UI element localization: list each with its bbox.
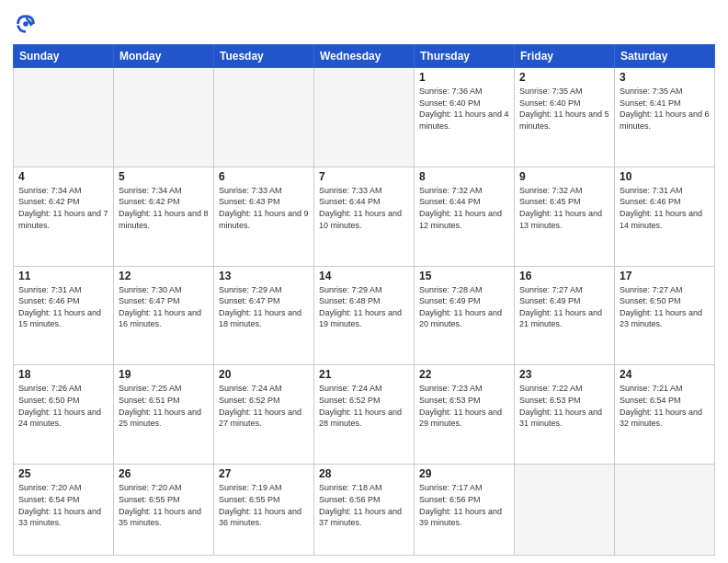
calendar-header-row: SundayMondayTuesdayWednesdayThursdayFrid… — [14, 45, 715, 68]
day-number: 27 — [219, 467, 309, 480]
day-number: 13 — [219, 270, 309, 282]
day-number: 15 — [419, 270, 509, 282]
day-info: Sunrise: 7:31 AM Sunset: 6:46 PM Dayligh… — [620, 185, 710, 231]
calendar-cell — [114, 68, 214, 167]
calendar-cell: 28Sunrise: 7:18 AM Sunset: 6:56 PM Dayli… — [314, 465, 415, 556]
day-info: Sunrise: 7:25 AM Sunset: 6:51 PM Dayligh… — [119, 383, 209, 429]
calendar-cell: 15Sunrise: 7:28 AM Sunset: 6:49 PM Dayli… — [415, 266, 515, 365]
calendar-cell: 17Sunrise: 7:27 AM Sunset: 6:50 PM Dayli… — [615, 266, 715, 365]
calendar-cell: 21Sunrise: 7:24 AM Sunset: 6:52 PM Dayli… — [314, 365, 415, 465]
day-info: Sunrise: 7:24 AM Sunset: 6:52 PM Dayligh… — [319, 383, 409, 429]
day-number: 24 — [620, 368, 710, 381]
day-number: 3 — [620, 71, 710, 84]
day-info: Sunrise: 7:23 AM Sunset: 6:53 PM Dayligh… — [419, 383, 509, 429]
calendar-cell: 2Sunrise: 7:35 AM Sunset: 6:40 PM Daylig… — [515, 68, 615, 167]
calendar-cell: 13Sunrise: 7:29 AM Sunset: 6:47 PM Dayli… — [214, 266, 314, 365]
day-info: Sunrise: 7:17 AM Sunset: 6:56 PM Dayligh… — [419, 482, 509, 528]
calendar-cell: 6Sunrise: 7:33 AM Sunset: 6:43 PM Daylig… — [214, 167, 314, 266]
day-info: Sunrise: 7:20 AM Sunset: 6:54 PM Dayligh… — [18, 482, 108, 528]
calendar-week-4: 18Sunrise: 7:26 AM Sunset: 6:50 PM Dayli… — [14, 365, 715, 465]
day-info: Sunrise: 7:22 AM Sunset: 6:53 PM Dayligh… — [519, 383, 609, 429]
calendar-cell: 8Sunrise: 7:32 AM Sunset: 6:44 PM Daylig… — [415, 167, 515, 266]
logo-icon — [13, 11, 39, 37]
day-info: Sunrise: 7:28 AM Sunset: 6:49 PM Dayligh… — [419, 284, 509, 330]
day-number: 28 — [319, 467, 409, 480]
calendar-table: SundayMondayTuesdayWednesdayThursdayFrid… — [13, 44, 715, 556]
day-number: 4 — [18, 170, 108, 183]
day-number: 23 — [519, 368, 609, 381]
calendar-cell: 19Sunrise: 7:25 AM Sunset: 6:51 PM Dayli… — [114, 365, 214, 465]
day-header-thursday: Thursday — [415, 45, 515, 68]
calendar-cell: 29Sunrise: 7:17 AM Sunset: 6:56 PM Dayli… — [415, 465, 515, 556]
svg-point-1 — [23, 21, 28, 27]
calendar-cell: 1Sunrise: 7:36 AM Sunset: 6:40 PM Daylig… — [415, 68, 515, 167]
calendar-week-5: 25Sunrise: 7:20 AM Sunset: 6:54 PM Dayli… — [14, 465, 715, 556]
day-number: 6 — [219, 170, 309, 183]
day-number: 11 — [18, 270, 108, 282]
day-info: Sunrise: 7:20 AM Sunset: 6:55 PM Dayligh… — [119, 482, 209, 528]
header — [13, 11, 715, 37]
day-number: 12 — [119, 270, 209, 282]
calendar-cell: 9Sunrise: 7:32 AM Sunset: 6:45 PM Daylig… — [515, 167, 615, 266]
day-number: 8 — [419, 170, 509, 183]
calendar-cell: 14Sunrise: 7:29 AM Sunset: 6:48 PM Dayli… — [314, 266, 415, 365]
calendar-cell — [314, 68, 415, 167]
calendar-week-2: 4Sunrise: 7:34 AM Sunset: 6:42 PM Daylig… — [14, 167, 715, 266]
calendar-week-3: 11Sunrise: 7:31 AM Sunset: 6:46 PM Dayli… — [14, 266, 715, 365]
day-number: 29 — [419, 467, 509, 480]
calendar-cell — [515, 465, 615, 556]
day-number: 9 — [519, 170, 609, 183]
day-number: 22 — [419, 368, 509, 381]
day-number: 26 — [119, 467, 209, 480]
day-number: 10 — [620, 170, 710, 183]
calendar-cell: 10Sunrise: 7:31 AM Sunset: 6:46 PM Dayli… — [615, 167, 715, 266]
day-info: Sunrise: 7:26 AM Sunset: 6:50 PM Dayligh… — [18, 383, 108, 429]
calendar-cell: 7Sunrise: 7:33 AM Sunset: 6:44 PM Daylig… — [314, 167, 415, 266]
day-info: Sunrise: 7:32 AM Sunset: 6:45 PM Dayligh… — [519, 185, 609, 231]
day-info: Sunrise: 7:34 AM Sunset: 6:42 PM Dayligh… — [18, 185, 108, 231]
calendar-cell — [14, 68, 114, 167]
day-number: 16 — [519, 270, 609, 282]
day-info: Sunrise: 7:33 AM Sunset: 6:43 PM Dayligh… — [219, 185, 309, 231]
calendar-cell: 26Sunrise: 7:20 AM Sunset: 6:55 PM Dayli… — [114, 465, 214, 556]
calendar-cell: 22Sunrise: 7:23 AM Sunset: 6:53 PM Dayli… — [415, 365, 515, 465]
calendar-cell: 12Sunrise: 7:30 AM Sunset: 6:47 PM Dayli… — [114, 266, 214, 365]
calendar-cell: 11Sunrise: 7:31 AM Sunset: 6:46 PM Dayli… — [14, 266, 114, 365]
day-number: 19 — [119, 368, 209, 381]
day-header-monday: Monday — [114, 45, 214, 68]
day-info: Sunrise: 7:36 AM Sunset: 6:40 PM Dayligh… — [419, 86, 509, 132]
day-info: Sunrise: 7:29 AM Sunset: 6:48 PM Dayligh… — [319, 284, 409, 330]
calendar-cell: 5Sunrise: 7:34 AM Sunset: 6:42 PM Daylig… — [114, 167, 214, 266]
day-info: Sunrise: 7:27 AM Sunset: 6:49 PM Dayligh… — [519, 284, 609, 330]
calendar-cell — [214, 68, 314, 167]
day-info: Sunrise: 7:32 AM Sunset: 6:44 PM Dayligh… — [419, 185, 509, 231]
calendar-cell: 24Sunrise: 7:21 AM Sunset: 6:54 PM Dayli… — [615, 365, 715, 465]
day-info: Sunrise: 7:29 AM Sunset: 6:47 PM Dayligh… — [219, 284, 309, 330]
day-number: 5 — [119, 170, 209, 183]
day-header-saturday: Saturday — [615, 45, 715, 68]
day-number: 14 — [319, 270, 409, 282]
day-number: 20 — [219, 368, 309, 381]
day-number: 7 — [319, 170, 409, 183]
day-info: Sunrise: 7:35 AM Sunset: 6:40 PM Dayligh… — [519, 86, 609, 132]
logo — [13, 11, 42, 37]
day-info: Sunrise: 7:34 AM Sunset: 6:42 PM Dayligh… — [119, 185, 209, 231]
day-header-wednesday: Wednesday — [314, 45, 415, 68]
day-info: Sunrise: 7:19 AM Sunset: 6:55 PM Dayligh… — [219, 482, 309, 528]
day-number: 25 — [18, 467, 108, 480]
day-header-sunday: Sunday — [14, 45, 114, 68]
calendar-cell: 23Sunrise: 7:22 AM Sunset: 6:53 PM Dayli… — [515, 365, 615, 465]
day-info: Sunrise: 7:35 AM Sunset: 6:41 PM Dayligh… — [620, 86, 710, 132]
calendar-cell: 18Sunrise: 7:26 AM Sunset: 6:50 PM Dayli… — [14, 365, 114, 465]
day-info: Sunrise: 7:30 AM Sunset: 6:47 PM Dayligh… — [119, 284, 209, 330]
day-info: Sunrise: 7:18 AM Sunset: 6:56 PM Dayligh… — [319, 482, 409, 528]
calendar-cell — [615, 465, 715, 556]
day-info: Sunrise: 7:33 AM Sunset: 6:44 PM Dayligh… — [319, 185, 409, 231]
day-header-friday: Friday — [515, 45, 615, 68]
day-info: Sunrise: 7:24 AM Sunset: 6:52 PM Dayligh… — [219, 383, 309, 429]
day-info: Sunrise: 7:21 AM Sunset: 6:54 PM Dayligh… — [620, 383, 710, 429]
calendar-cell: 4Sunrise: 7:34 AM Sunset: 6:42 PM Daylig… — [14, 167, 114, 266]
calendar-cell: 27Sunrise: 7:19 AM Sunset: 6:55 PM Dayli… — [214, 465, 314, 556]
calendar-cell: 25Sunrise: 7:20 AM Sunset: 6:54 PM Dayli… — [14, 465, 114, 556]
day-header-tuesday: Tuesday — [214, 45, 314, 68]
